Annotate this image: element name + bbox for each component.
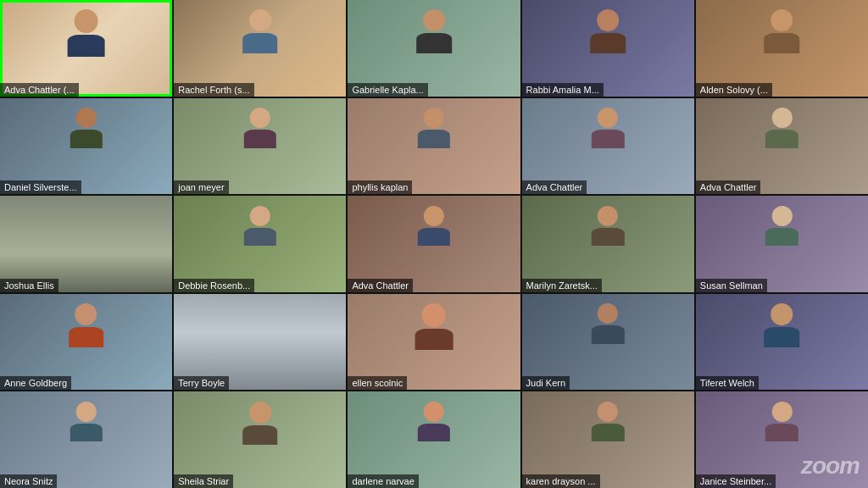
participant-name-18: ellen scolnic xyxy=(348,376,407,390)
avatar-21 xyxy=(70,402,102,442)
participant-name-11: Joshua Ellis xyxy=(0,279,58,292)
participant-cell-5[interactable]: Alden Solovy (... xyxy=(696,0,868,97)
avatar-20 xyxy=(765,303,800,347)
participant-cell-6[interactable]: Daniel Silverste... xyxy=(0,98,172,195)
participant-name-3: Gabrielle Kapla... xyxy=(348,83,427,97)
participant-cell-19[interactable]: Judi Kern xyxy=(522,294,694,391)
participant-name-10: Adva Chattler xyxy=(696,180,761,194)
avatar-2 xyxy=(242,9,278,53)
avatar-7 xyxy=(244,108,276,148)
avatar-16 xyxy=(69,303,104,347)
participant-name-22: Sheila Striar xyxy=(174,474,233,488)
participant-name-13: Adva Chattler xyxy=(348,279,413,292)
participant-cell-4[interactable]: Rabbi Amalia M... xyxy=(522,0,694,97)
participant-cell-14[interactable]: Marilyn Zaretsk... xyxy=(522,196,694,292)
participant-cell-2[interactable]: Rachel Forth (s... xyxy=(174,0,346,97)
participant-name-1: Adva Chattler (... xyxy=(0,83,79,97)
avatar-13 xyxy=(418,206,450,247)
avatar-3 xyxy=(416,9,452,53)
participant-cell-8[interactable]: phyllis kaplan xyxy=(348,98,520,195)
participant-cell-24[interactable]: karen drayson ... xyxy=(522,391,694,488)
participant-name-4: Rabbi Amalia M... xyxy=(522,83,604,97)
avatar-14 xyxy=(592,206,624,247)
avatar-15 xyxy=(765,206,798,247)
participant-cell-18[interactable]: ellen scolnic xyxy=(348,294,520,391)
participant-name-9: Adva Chattler xyxy=(522,180,587,194)
participant-cell-13[interactable]: Adva Chattler xyxy=(348,196,520,292)
participant-cell-1[interactable]: Adva Chattler (... xyxy=(0,0,172,97)
avatar-1 xyxy=(67,9,105,56)
participant-name-25: Janice Steinber... xyxy=(696,474,776,488)
participant-name-20: Tiferet Welch xyxy=(696,376,759,390)
participant-cell-23[interactable]: darlene narvae xyxy=(348,391,520,488)
participant-cell-12[interactable]: Debbie Rosenb... xyxy=(174,196,346,292)
participant-name-7: joan meyer xyxy=(174,180,228,194)
avatar-9 xyxy=(592,108,624,148)
participant-cell-10[interactable]: Adva Chattler xyxy=(696,98,868,195)
participant-name-6: Daniel Silverste... xyxy=(0,180,81,194)
participant-cell-15[interactable]: Susan Sellman xyxy=(696,196,868,292)
participant-cell-3[interactable]: Gabrielle Kapla... xyxy=(348,0,520,97)
participant-cell-17[interactable]: Terry Boyle xyxy=(174,294,346,391)
participant-cell-7[interactable]: joan meyer xyxy=(174,98,346,195)
avatar-22 xyxy=(242,402,278,445)
avatar-23 xyxy=(418,402,450,442)
participant-cell-25[interactable]: Janice Steinber...zoom xyxy=(696,391,868,488)
avatar-6 xyxy=(70,108,102,148)
participant-name-24: karen drayson ... xyxy=(522,474,600,488)
participant-cell-22[interactable]: Sheila Striar xyxy=(174,391,346,488)
participant-name-16: Anne Goldberg xyxy=(0,376,71,390)
avatar-24 xyxy=(592,402,624,442)
avatar-5 xyxy=(765,9,800,53)
participant-cell-16[interactable]: Anne Goldberg xyxy=(0,294,172,391)
zoom-logo: zoom xyxy=(801,452,860,480)
avatar-8 xyxy=(418,108,450,148)
participant-name-14: Marilyn Zaretsk... xyxy=(522,279,602,292)
avatar-18 xyxy=(415,303,453,350)
participant-name-2: Rachel Forth (s... xyxy=(174,83,253,97)
avatar-12 xyxy=(244,206,276,247)
avatar-25 xyxy=(765,402,798,442)
participant-cell-11[interactable]: Joshua Ellis xyxy=(0,196,172,292)
participant-cell-21[interactable]: Neora Snitz xyxy=(0,391,172,488)
participant-cell-20[interactable]: Tiferet Welch xyxy=(696,294,868,391)
avatar-19 xyxy=(592,303,624,344)
participant-name-5: Alden Solovy (... xyxy=(696,83,772,97)
participant-name-17: Terry Boyle xyxy=(174,376,229,390)
video-grid: Adva Chattler (...Rachel Forth (s...Gabr… xyxy=(0,0,868,488)
participant-name-8: phyllis kaplan xyxy=(348,180,412,194)
participant-cell-9[interactable]: Adva Chattler xyxy=(522,98,694,195)
participant-name-15: Susan Sellman xyxy=(696,279,767,292)
participant-name-12: Debbie Rosenb... xyxy=(174,279,254,292)
participant-name-21: Neora Snitz xyxy=(0,474,57,488)
participant-name-19: Judi Kern xyxy=(522,376,570,390)
participant-name-23: darlene narvae xyxy=(348,474,418,488)
avatar-10 xyxy=(765,108,798,148)
avatar-4 xyxy=(590,9,626,53)
